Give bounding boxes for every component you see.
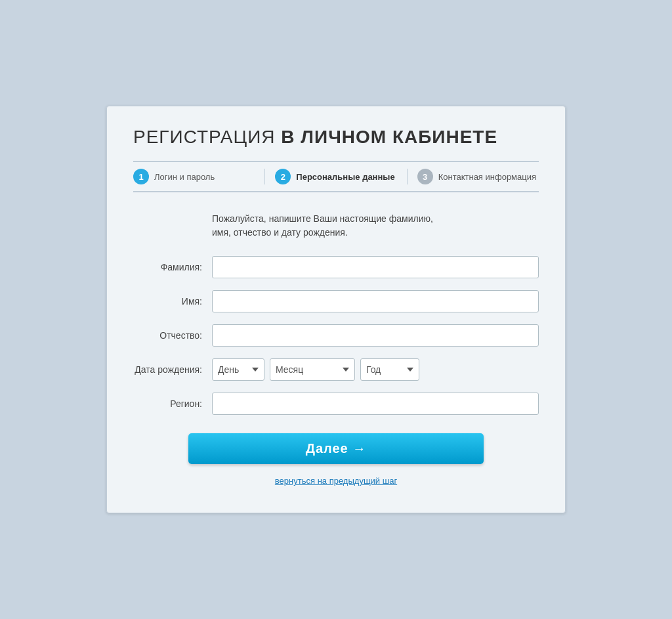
year-select[interactable]: Год — [360, 358, 419, 381]
region-row: Регион: — [133, 393, 539, 415]
title-bold: В ЛИЧНОМ КАБИНЕТЕ — [281, 127, 497, 147]
surname-row: Фамилия: — [133, 256, 539, 278]
step-3-number: 3 — [417, 169, 433, 184]
step-2: 2 Персональные данные — [275, 169, 396, 184]
month-select[interactable]: Месяц — [270, 358, 355, 381]
step-divider-2 — [407, 169, 408, 184]
surname-input[interactable] — [212, 256, 539, 278]
step-divider-1 — [264, 169, 265, 184]
date-group: День Месяц Год — [212, 358, 539, 381]
back-link[interactable]: вернуться на предыдущий шаг — [275, 476, 397, 486]
form-description: Пожалуйста, напишите Ваши настоящие фами… — [212, 212, 539, 240]
patronymic-label: Отчество: — [133, 330, 212, 341]
name-input[interactable] — [212, 290, 539, 312]
name-row: Имя: — [133, 290, 539, 312]
step-2-label: Персональные данные — [296, 172, 394, 182]
step-3-label: Контактная информация — [438, 172, 536, 182]
patronymic-input[interactable] — [212, 324, 539, 347]
region-label: Регион: — [133, 398, 212, 409]
title-normal: РЕГИСТРАЦИЯ — [133, 127, 281, 147]
name-label: Имя: — [133, 296, 212, 307]
submit-button[interactable]: Далее → — [188, 433, 484, 464]
back-link-row: вернуться на предыдущий шаг — [133, 475, 539, 486]
step-2-number: 2 — [275, 169, 291, 184]
registration-card: РЕГИСТРАЦИЯ В ЛИЧНОМ КАБИНЕТЕ 1 Логин и … — [106, 106, 566, 514]
surname-label: Фамилия: — [133, 262, 212, 272]
step-1: 1 Логин и пароль — [133, 169, 255, 184]
page-title: РЕГИСТРАЦИЯ В ЛИЧНОМ КАБИНЕТЕ — [133, 126, 539, 148]
region-input[interactable] — [212, 393, 539, 415]
day-select[interactable]: День — [212, 358, 264, 381]
patronymic-row: Отчество: — [133, 324, 539, 347]
birthdate-row: Дата рождения: День Месяц Год — [133, 358, 539, 381]
steps-bar: 1 Логин и пароль 2 Персональные данные 3… — [133, 161, 539, 192]
birthdate-label: Дата рождения: — [133, 364, 212, 375]
step-1-label: Логин и пароль — [154, 172, 215, 182]
step-3: 3 Контактная информация — [417, 169, 539, 184]
submit-row: Далее → — [133, 433, 539, 464]
step-1-number: 1 — [133, 169, 149, 184]
